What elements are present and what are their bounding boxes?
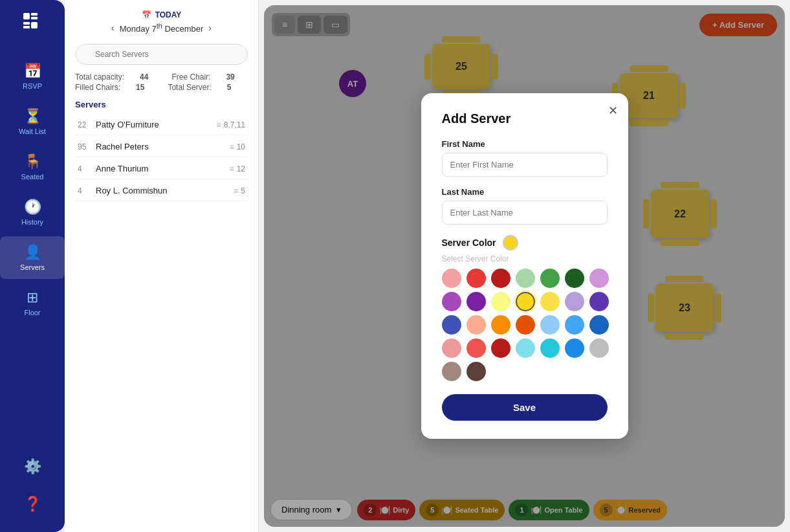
- color-dot[interactable]: [466, 269, 486, 288]
- color-picker-label: Select Server Color: [442, 254, 608, 263]
- color-dot[interactable]: [466, 292, 486, 311]
- color-dot[interactable]: [589, 269, 609, 288]
- next-date-button[interactable]: ›: [208, 23, 212, 33]
- svg-rect-5: [31, 22, 38, 28]
- svg-rect-2: [31, 17, 38, 19]
- color-dot[interactable]: [589, 292, 609, 311]
- save-button[interactable]: Save: [442, 394, 608, 421]
- color-dot[interactable]: [540, 269, 560, 288]
- svg-rect-4: [23, 26, 30, 28]
- server-row[interactable]: 4 Roy L. Commishun 5: [75, 181, 248, 201]
- server-tables: 10: [230, 142, 245, 151]
- svg-rect-3: [23, 22, 30, 25]
- server-name: Roy L. Commishun: [96, 186, 228, 195]
- color-dot[interactable]: [516, 269, 535, 288]
- color-dot[interactable]: [565, 338, 584, 358]
- server-color-row: Server Color: [442, 235, 608, 250]
- server-num: 4: [78, 164, 91, 173]
- free-chair-label: Free Chair:: [171, 72, 210, 82]
- color-grid: [442, 269, 608, 381]
- modal-close-button[interactable]: ✕: [608, 104, 618, 118]
- modal-title: Add Server: [442, 111, 608, 126]
- prev-date-button[interactable]: ‹: [111, 23, 115, 33]
- main-area: ≡ ⊞ ▭ + Add Server AT 252111221423 Dinni…: [264, 5, 785, 527]
- sidebar-item-floor[interactable]: ⊞ Floor: [0, 282, 65, 324]
- sidebar-item-history[interactable]: 🕐 History: [0, 191, 65, 234]
- sidebar-item-history-label: History: [21, 218, 43, 226]
- color-dot[interactable]: [491, 292, 510, 311]
- server-num: 4: [78, 186, 91, 195]
- color-dot[interactable]: [491, 338, 510, 358]
- server-tables: 5: [234, 186, 245, 195]
- sidebar-item-floor-label: Floor: [24, 309, 40, 316]
- server-color-label: Server Color: [442, 238, 496, 248]
- date-row: ‹ Monday 7th December ›: [111, 22, 212, 34]
- sidebar-item-seated[interactable]: 🪑 Seated: [0, 146, 65, 188]
- svg-rect-0: [23, 13, 30, 19]
- today-label: 📅 TODAY: [142, 10, 182, 19]
- color-dot[interactable]: [540, 315, 560, 335]
- server-name: Patty O'Furniture: [96, 120, 212, 129]
- rsvp-icon: 📅: [24, 63, 41, 80]
- color-dot[interactable]: [491, 315, 510, 335]
- color-dot[interactable]: [442, 269, 461, 288]
- sidebar-logo: [21, 10, 44, 38]
- svg-rect-1: [31, 13, 38, 16]
- color-dot[interactable]: [540, 292, 560, 311]
- color-dot[interactable]: [442, 292, 461, 311]
- color-dot[interactable]: [516, 292, 535, 311]
- date-label: Monday 7th December: [120, 22, 204, 34]
- color-dot[interactable]: [565, 292, 584, 311]
- color-dot[interactable]: [565, 269, 584, 288]
- search-wrap: 🔍: [75, 44, 248, 72]
- calendar-icon: 📅: [142, 10, 151, 19]
- server-row[interactable]: 22 Patty O'Furniture 8,7,11: [75, 115, 248, 135]
- server-tables: 12: [230, 164, 245, 173]
- color-dot[interactable]: [589, 338, 609, 358]
- sidebar-item-seated-label: Seated: [21, 173, 44, 181]
- server-tables: 8,7,11: [217, 120, 245, 129]
- color-dot[interactable]: [442, 315, 461, 335]
- help-icon: ❓: [24, 496, 41, 513]
- first-name-input[interactable]: [442, 153, 608, 177]
- server-row[interactable]: 4 Anne Thurium 12: [75, 159, 248, 179]
- color-dot[interactable]: [565, 315, 584, 335]
- servers-label: Servers: [75, 100, 248, 109]
- selected-color-dot: [503, 235, 518, 250]
- sidebar: 📅 RSVP ⏳ Wait List 🪑 Seated 🕐 History 👤 …: [0, 0, 65, 532]
- sidebar-item-waitlist[interactable]: ⏳ Wait List: [0, 100, 65, 143]
- sidebar-item-rsvp-label: RSVP: [23, 82, 42, 90]
- sidebar-item-waitlist-label: Wait List: [19, 127, 46, 135]
- color-dot[interactable]: [589, 315, 609, 335]
- last-name-input[interactable]: [442, 201, 608, 225]
- color-dot[interactable]: [466, 362, 486, 381]
- sidebar-item-settings[interactable]: ⚙️: [14, 450, 52, 483]
- color-dot[interactable]: [491, 269, 510, 288]
- left-panel: 📅 TODAY ‹ Monday 7th December › 🔍 Total …: [65, 0, 259, 532]
- last-name-label: Last Name: [442, 187, 608, 197]
- color-dot[interactable]: [442, 338, 461, 358]
- settings-icon: ⚙️: [24, 458, 41, 475]
- server-row[interactable]: 95 Rachel Peters 10: [75, 137, 248, 157]
- search-input[interactable]: [75, 44, 248, 65]
- sidebar-item-servers[interactable]: 👤 Servers: [0, 236, 65, 279]
- servers-icon: 👤: [24, 244, 41, 261]
- total-capacity-value: 44: [140, 72, 148, 82]
- color-dot[interactable]: [540, 338, 560, 358]
- server-name: Anne Thurium: [96, 164, 225, 173]
- first-name-label: First Name: [442, 139, 608, 149]
- color-dot[interactable]: [516, 315, 535, 335]
- history-icon: 🕐: [24, 199, 41, 216]
- modal-overlay[interactable]: Add Server ✕ First Name Last Name Server…: [264, 5, 785, 527]
- total-capacity-label: Total capacity:: [75, 72, 124, 82]
- server-list: 22 Patty O'Furniture 8,7,11 95 Rachel Pe…: [75, 115, 248, 201]
- sidebar-item-rsvp[interactable]: 📅 RSVP: [0, 55, 65, 98]
- waitlist-icon: ⏳: [24, 108, 41, 125]
- sidebar-item-help[interactable]: ❓: [14, 488, 52, 520]
- seated-icon: 🪑: [24, 153, 41, 170]
- color-dot[interactable]: [466, 315, 486, 335]
- color-dot[interactable]: [516, 338, 535, 358]
- filled-chairs-label: Filled Chairs:: [75, 83, 120, 92]
- color-dot[interactable]: [466, 338, 486, 358]
- color-dot[interactable]: [442, 362, 461, 381]
